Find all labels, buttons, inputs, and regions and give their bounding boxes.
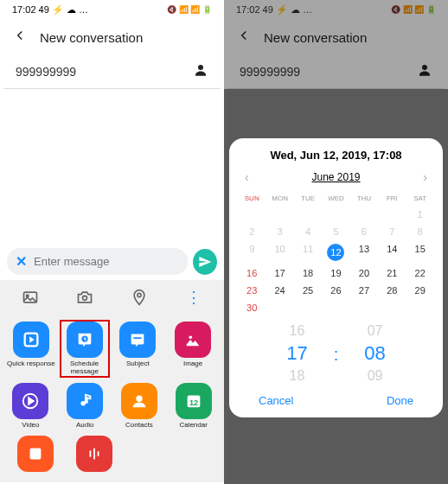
time-picker[interactable]: 16 17 18 : 07 08 09 (238, 322, 434, 385)
app-subject[interactable]: Subject (112, 322, 163, 376)
back-icon[interactable] (12, 28, 28, 47)
dialog-date-header: Wed, Jun 12, 2019, 17:08 (238, 149, 434, 162)
svg-text:12: 12 (189, 398, 198, 406)
page-title: New conversation (40, 30, 143, 45)
cancel-button[interactable]: Cancel (259, 394, 293, 407)
svg-rect-16 (93, 449, 95, 460)
status-time: 17:02 (12, 4, 36, 15)
svg-point-4 (138, 293, 141, 296)
gallery-icon[interactable] (20, 287, 41, 308)
svg-rect-17 (98, 452, 99, 457)
cal-day[interactable]: 1 (406, 206, 434, 223)
prev-month-icon[interactable]: ‹ (245, 170, 249, 184)
svg-point-8 (189, 335, 193, 339)
minute-column[interactable]: 07 08 09 (364, 322, 385, 385)
svg-point-10 (136, 395, 142, 401)
app-unknown-1[interactable] (10, 436, 61, 472)
message-input-row: ✕ (0, 243, 224, 280)
message-input[interactable] (34, 255, 179, 268)
svg-rect-15 (90, 451, 92, 457)
month-label[interactable]: June 2019 (311, 171, 360, 183)
apps-grid: Quick response Schedule message Subject … (0, 315, 224, 482)
camera-icon[interactable] (74, 287, 95, 308)
recipient-number: 999999999 (16, 65, 76, 79)
location-icon[interactable] (129, 287, 150, 308)
app-schedule-message[interactable]: Schedule message (60, 320, 110, 378)
contact-icon[interactable] (193, 62, 208, 81)
svg-rect-7 (134, 337, 142, 339)
toolbar: ⋮ (0, 280, 224, 315)
svg-point-0 (198, 65, 203, 70)
hour-column[interactable]: 16 17 18 (286, 322, 307, 385)
done-button[interactable]: Done (387, 394, 413, 407)
app-calendar[interactable]: 12 Calendar (169, 383, 219, 430)
status-right-icons: 🔇 📶 📶 🔋 (167, 5, 212, 14)
calendar-grid: SUN MON TUE WED THU FRI SAT 1 2345678 91… (238, 191, 434, 316)
more-icon[interactable]: ⋮ (183, 287, 204, 308)
app-unknown-2[interactable] (69, 436, 119, 472)
app-contacts[interactable]: Contacts (114, 383, 164, 430)
status-bar: 17:0249 ⚡ ☁ … 🔇 📶 📶 🔋 (0, 0, 224, 19)
cal-day-selected[interactable]: 12 (322, 240, 349, 264)
app-video[interactable]: Video (5, 383, 55, 430)
app-audio[interactable]: Audio (60, 383, 110, 430)
status-left-icons: 49 ⚡ ☁ … (39, 4, 88, 16)
send-button[interactable] (193, 249, 217, 275)
close-icon[interactable]: ✕ (16, 253, 27, 270)
app-image[interactable]: Image (168, 322, 218, 376)
next-month-icon[interactable]: › (423, 170, 427, 184)
svg-point-3 (83, 296, 87, 300)
svg-rect-14 (30, 449, 42, 460)
app-quick-response[interactable]: Quick response (6, 322, 56, 376)
schedule-dialog: Wed, Jun 12, 2019, 17:08 ‹ June 2019 › S… (229, 138, 443, 417)
recipient-row: 999999999 (3, 55, 221, 89)
app-header: New conversation (0, 19, 224, 55)
